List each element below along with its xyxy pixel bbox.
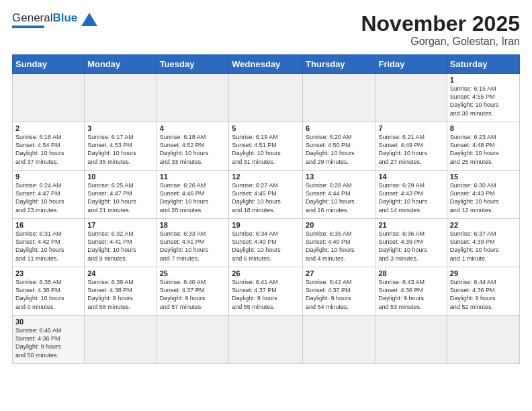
calendar-cell: 8Sunrise: 6:23 AM Sunset: 4:48 PM Daylig… (447, 122, 519, 171)
day-number: 6 (306, 124, 372, 132)
day-info: Sunrise: 6:33 AM Sunset: 4:41 PM Dayligh… (160, 230, 226, 263)
day-number: 29 (450, 269, 517, 277)
day-number: 4 (160, 124, 226, 132)
calendar-cell (85, 316, 157, 364)
day-info: Sunrise: 6:44 AM Sunset: 4:36 PM Dayligh… (450, 278, 517, 311)
calendar-week-row: 2Sunrise: 6:16 AM Sunset: 4:54 PM Daylig… (13, 122, 520, 171)
day-info: Sunrise: 6:25 AM Sunset: 4:47 PM Dayligh… (87, 181, 153, 214)
day-info: Sunrise: 6:27 AM Sunset: 4:45 PM Dayligh… (232, 181, 300, 214)
calendar-week-row: 1Sunrise: 6:15 AM Sunset: 4:55 PM Daylig… (13, 74, 520, 122)
calendar-cell: 30Sunrise: 6:45 AM Sunset: 4:36 PM Dayli… (13, 316, 85, 364)
day-number: 26 (232, 269, 300, 277)
calendar-cell (13, 74, 85, 122)
calendar-cell: 14Sunrise: 6:29 AM Sunset: 4:43 PM Dayli… (375, 171, 447, 219)
calendar-cell: 2Sunrise: 6:16 AM Sunset: 4:54 PM Daylig… (13, 122, 85, 171)
day-info: Sunrise: 6:43 AM Sunset: 4:36 PM Dayligh… (378, 278, 443, 311)
day-number: 14 (378, 173, 443, 181)
calendar-cell: 24Sunrise: 6:39 AM Sunset: 4:38 PM Dayli… (85, 267, 157, 316)
day-info: Sunrise: 6:23 AM Sunset: 4:48 PM Dayligh… (450, 133, 517, 166)
day-number: 24 (87, 269, 153, 277)
calendar-cell: 7Sunrise: 6:21 AM Sunset: 4:49 PM Daylig… (375, 122, 447, 171)
calendar-cell: 18Sunrise: 6:33 AM Sunset: 4:41 PM Dayli… (157, 219, 229, 267)
header-monday: Monday (85, 55, 157, 74)
day-number: 10 (87, 173, 153, 181)
calendar-cell: 22Sunrise: 6:37 AM Sunset: 4:39 PM Dayli… (447, 219, 519, 267)
day-number: 27 (306, 269, 372, 277)
calendar-cell: 12Sunrise: 6:27 AM Sunset: 4:45 PM Dayli… (229, 171, 303, 219)
header-tuesday: Tuesday (157, 55, 229, 74)
header-saturday: Saturday (447, 55, 519, 74)
day-number: 12 (232, 173, 300, 181)
day-number: 16 (15, 221, 81, 229)
day-info: Sunrise: 6:17 AM Sunset: 4:53 PM Dayligh… (87, 133, 153, 166)
header-wednesday: Wednesday (229, 55, 303, 74)
calendar-week-row: 23Sunrise: 6:38 AM Sunset: 4:38 PM Dayli… (13, 267, 520, 316)
calendar-subtitle: Gorgan, Golestan, Iran (361, 36, 520, 48)
logo-blue: Blue (52, 11, 77, 24)
day-number: 1 (450, 76, 517, 84)
calendar-cell (375, 74, 447, 122)
day-number: 17 (87, 221, 153, 229)
day-number: 9 (15, 173, 81, 181)
calendar-cell: 26Sunrise: 6:41 AM Sunset: 4:37 PM Dayli… (229, 267, 303, 316)
day-number: 15 (450, 173, 517, 181)
calendar-cell (303, 316, 375, 364)
day-info: Sunrise: 6:34 AM Sunset: 4:40 PM Dayligh… (232, 230, 300, 263)
day-info: Sunrise: 6:29 AM Sunset: 4:43 PM Dayligh… (378, 181, 443, 214)
calendar-cell (229, 316, 303, 364)
calendar-cell: 1Sunrise: 6:15 AM Sunset: 4:55 PM Daylig… (447, 74, 519, 122)
day-number: 25 (160, 269, 226, 277)
day-number: 2 (15, 124, 81, 132)
calendar-cell: 11Sunrise: 6:26 AM Sunset: 4:46 PM Dayli… (157, 171, 229, 219)
calendar-table: Sunday Monday Tuesday Wednesday Thursday… (12, 54, 520, 364)
title-block: November 2025 Gorgan, Golestan, Iran (361, 12, 520, 48)
calendar-cell: 28Sunrise: 6:43 AM Sunset: 4:36 PM Dayli… (375, 267, 447, 316)
logo: GeneralBlue (12, 12, 97, 28)
calendar-week-row: 30Sunrise: 6:45 AM Sunset: 4:36 PM Dayli… (13, 316, 520, 364)
calendar-week-row: 9Sunrise: 6:24 AM Sunset: 4:47 PM Daylig… (13, 171, 520, 219)
calendar-cell: 3Sunrise: 6:17 AM Sunset: 4:53 PM Daylig… (85, 122, 157, 171)
day-info: Sunrise: 6:16 AM Sunset: 4:54 PM Dayligh… (15, 133, 81, 166)
calendar-cell (157, 316, 229, 364)
day-info: Sunrise: 6:35 AM Sunset: 4:40 PM Dayligh… (306, 230, 372, 263)
calendar-cell (447, 316, 519, 364)
calendar-cell: 21Sunrise: 6:36 AM Sunset: 4:39 PM Dayli… (375, 219, 447, 267)
calendar-cell (85, 74, 157, 122)
day-number: 22 (450, 221, 517, 229)
day-number: 7 (378, 124, 443, 132)
calendar-cell: 13Sunrise: 6:28 AM Sunset: 4:44 PM Dayli… (303, 171, 375, 219)
calendar-cell: 20Sunrise: 6:35 AM Sunset: 4:40 PM Dayli… (303, 219, 375, 267)
weekday-header-row: Sunday Monday Tuesday Wednesday Thursday… (13, 55, 520, 74)
day-info: Sunrise: 6:32 AM Sunset: 4:41 PM Dayligh… (87, 230, 153, 263)
calendar-cell: 15Sunrise: 6:30 AM Sunset: 4:43 PM Dayli… (447, 171, 519, 219)
calendar-week-row: 16Sunrise: 6:31 AM Sunset: 4:42 PM Dayli… (13, 219, 520, 267)
header: GeneralBlue November 2025 Gorgan, Golest… (12, 12, 520, 48)
day-number: 19 (232, 221, 300, 229)
calendar-cell: 10Sunrise: 6:25 AM Sunset: 4:47 PM Dayli… (85, 171, 157, 219)
day-info: Sunrise: 6:30 AM Sunset: 4:43 PM Dayligh… (450, 181, 517, 214)
calendar-cell: 19Sunrise: 6:34 AM Sunset: 4:40 PM Dayli… (229, 219, 303, 267)
calendar-cell: 6Sunrise: 6:20 AM Sunset: 4:50 PM Daylig… (303, 122, 375, 171)
calendar-cell: 5Sunrise: 6:19 AM Sunset: 4:51 PM Daylig… (229, 122, 303, 171)
day-number: 21 (378, 221, 443, 229)
day-info: Sunrise: 6:15 AM Sunset: 4:55 PM Dayligh… (450, 85, 517, 118)
day-number: 23 (15, 269, 81, 277)
day-info: Sunrise: 6:38 AM Sunset: 4:38 PM Dayligh… (15, 278, 81, 311)
day-info: Sunrise: 6:42 AM Sunset: 4:37 PM Dayligh… (306, 278, 372, 311)
page: GeneralBlue November 2025 Gorgan, Golest… (0, 0, 532, 411)
day-info: Sunrise: 6:21 AM Sunset: 4:49 PM Dayligh… (378, 133, 443, 166)
calendar-cell (157, 74, 229, 122)
day-info: Sunrise: 6:28 AM Sunset: 4:44 PM Dayligh… (306, 181, 372, 214)
day-info: Sunrise: 6:39 AM Sunset: 4:38 PM Dayligh… (87, 278, 153, 311)
day-number: 28 (378, 269, 443, 277)
day-info: Sunrise: 6:20 AM Sunset: 4:50 PM Dayligh… (306, 133, 372, 166)
day-number: 11 (160, 173, 226, 181)
calendar-cell: 4Sunrise: 6:18 AM Sunset: 4:52 PM Daylig… (157, 122, 229, 171)
day-info: Sunrise: 6:24 AM Sunset: 4:47 PM Dayligh… (15, 181, 81, 214)
day-number: 8 (450, 124, 517, 132)
day-number: 3 (87, 124, 153, 132)
day-info: Sunrise: 6:19 AM Sunset: 4:51 PM Dayligh… (232, 133, 300, 166)
calendar-title: November 2025 (361, 12, 520, 36)
calendar-cell: 16Sunrise: 6:31 AM Sunset: 4:42 PM Dayli… (13, 219, 85, 267)
calendar-cell: 27Sunrise: 6:42 AM Sunset: 4:37 PM Dayli… (303, 267, 375, 316)
